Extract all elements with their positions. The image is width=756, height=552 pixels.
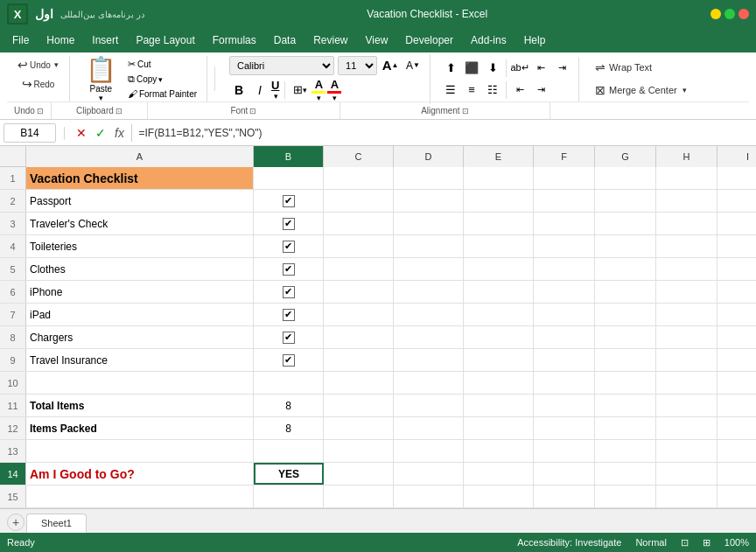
- cell-a4[interactable]: Toileteries: [26, 235, 254, 257]
- cell-e10[interactable]: [464, 372, 534, 394]
- undo-group-expand[interactable]: ⊡: [37, 107, 44, 115]
- row-num-7[interactable]: 7: [0, 304, 26, 325]
- cell-d15[interactable]: [394, 486, 464, 507]
- cell-f11[interactable]: [534, 395, 595, 416]
- cell-g10[interactable]: [595, 372, 656, 394]
- cell-h8[interactable]: [656, 326, 718, 348]
- increase-font-button[interactable]: A ▲: [381, 56, 400, 75]
- cell-g11[interactable]: [595, 395, 656, 416]
- indent-increase-button[interactable]: ⇥: [552, 59, 571, 78]
- cell-h14[interactable]: [656, 463, 718, 485]
- cell-d8[interactable]: [394, 326, 464, 348]
- undo-button[interactable]: ↩ Undo ▾: [14, 56, 62, 73]
- cell-g2[interactable]: [595, 190, 656, 212]
- cell-b1[interactable]: [254, 167, 324, 189]
- cell-h11[interactable]: [656, 395, 718, 416]
- col-header-i[interactable]: I: [718, 146, 756, 167]
- borders-button[interactable]: ⊞ ▾: [290, 80, 310, 100]
- add-sheet-button[interactable]: +: [7, 514, 24, 531]
- row-num-10[interactable]: 10: [0, 372, 26, 394]
- menu-item-file[interactable]: File: [4, 31, 38, 50]
- row-num-14[interactable]: 14: [0, 463, 26, 485]
- cell-e11[interactable]: [464, 395, 534, 416]
- col-header-h[interactable]: H: [656, 146, 718, 167]
- cell-a12[interactable]: Items Packed: [26, 417, 254, 439]
- row-num-15[interactable]: 15: [0, 486, 26, 507]
- align-center-button[interactable]: ≡: [462, 80, 481, 100]
- col-header-b[interactable]: B: [254, 146, 324, 167]
- cell-g7[interactable]: [595, 304, 656, 325]
- cell-e5[interactable]: [464, 258, 534, 280]
- menu-item-page layout[interactable]: Page Layout: [127, 31, 203, 50]
- view-normal-icon[interactable]: Normal: [635, 537, 666, 548]
- cell-d7[interactable]: [394, 304, 464, 325]
- cell-d14[interactable]: [394, 463, 464, 485]
- row-num-2[interactable]: 2: [0, 190, 26, 212]
- cell-i13[interactable]: [718, 440, 756, 462]
- cell-h2[interactable]: [656, 190, 718, 212]
- cell-a6[interactable]: iPhone: [26, 281, 254, 303]
- bold-button[interactable]: B: [229, 80, 248, 100]
- cell-c1[interactable]: [324, 167, 394, 189]
- cell-i14[interactable]: [718, 463, 756, 485]
- cell-h9[interactable]: [656, 349, 718, 371]
- row-num-11[interactable]: 11: [0, 395, 26, 416]
- copy-button[interactable]: ⧉ Copy ▾: [125, 73, 200, 86]
- cell-i6[interactable]: [718, 281, 756, 303]
- cell-c4[interactable]: [324, 235, 394, 257]
- accept-formula-button[interactable]: ✓: [93, 125, 108, 141]
- cell-g3[interactable]: [595, 213, 656, 234]
- row-num-4[interactable]: 4: [0, 235, 26, 257]
- text-direction-button[interactable]: ab↵: [510, 59, 529, 78]
- cell-b12[interactable]: 8: [254, 417, 324, 439]
- cell-c7[interactable]: [324, 304, 394, 325]
- cell-a8[interactable]: Chargers: [26, 326, 254, 348]
- align-bottom-button[interactable]: ⬇: [483, 59, 502, 78]
- row-num-1[interactable]: 1: [0, 167, 26, 189]
- font-family-select[interactable]: Calibri: [229, 56, 334, 75]
- cell-i3[interactable]: [718, 213, 756, 234]
- cell-a10[interactable]: [26, 372, 254, 394]
- col-header-f[interactable]: F: [534, 146, 595, 167]
- col-header-c[interactable]: C: [324, 146, 394, 167]
- cell-h13[interactable]: [656, 440, 718, 462]
- clipboard-group-expand[interactable]: ⊡: [116, 107, 122, 115]
- cell-e6[interactable]: [464, 281, 534, 303]
- cell-f14[interactable]: [534, 463, 595, 485]
- cell-f10[interactable]: [534, 372, 595, 394]
- col-header-a[interactable]: A: [26, 146, 254, 167]
- cell-d2[interactable]: [394, 190, 464, 212]
- cell-i1[interactable]: [718, 167, 756, 189]
- format-painter-button[interactable]: 🖌 Format Painter: [125, 87, 200, 100]
- cell-f7[interactable]: [534, 304, 595, 325]
- align-top-button[interactable]: ⬆: [441, 59, 460, 78]
- cell-c8[interactable]: [324, 326, 394, 348]
- cell-g12[interactable]: [595, 417, 656, 439]
- checkbox-checked[interactable]: [283, 286, 295, 298]
- cell-b10[interactable]: [254, 372, 324, 394]
- cell-b9[interactable]: [254, 349, 324, 371]
- menu-item-add-ins[interactable]: Add-ins: [462, 31, 515, 50]
- col-header-g[interactable]: G: [595, 146, 656, 167]
- cell-f5[interactable]: [534, 258, 595, 280]
- view-page-break-icon[interactable]: ⊞: [703, 537, 710, 549]
- cell-d5[interactable]: [394, 258, 464, 280]
- checkbox-checked[interactable]: [283, 332, 295, 344]
- formula-input[interactable]: [136, 123, 753, 143]
- align-text-right-button[interactable]: ⇥: [531, 80, 550, 100]
- cell-d3[interactable]: [394, 213, 464, 234]
- cell-c9[interactable]: [324, 349, 394, 371]
- cell-a15[interactable]: [26, 486, 254, 507]
- cell-g6[interactable]: [595, 281, 656, 303]
- checkbox-checked[interactable]: [283, 309, 295, 321]
- cell-i7[interactable]: [718, 304, 756, 325]
- checkbox-checked[interactable]: [283, 354, 295, 367]
- cell-a7[interactable]: iPad: [26, 304, 254, 325]
- cell-a5[interactable]: Clothes: [26, 258, 254, 280]
- cell-g1[interactable]: [595, 167, 656, 189]
- cell-e4[interactable]: [464, 235, 534, 257]
- paste-dropdown-icon[interactable]: ▾: [99, 94, 103, 102]
- cell-e12[interactable]: [464, 417, 534, 439]
- row-num-9[interactable]: 9: [0, 349, 26, 371]
- cell-c6[interactable]: [324, 281, 394, 303]
